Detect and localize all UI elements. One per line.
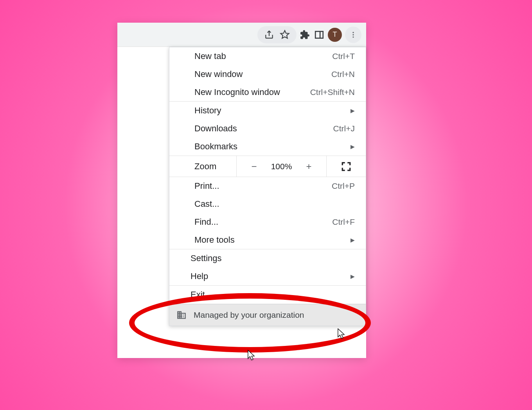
chevron-right-icon: ▶ — [350, 143, 355, 150]
menu-cast[interactable]: Cast... — [169, 195, 366, 213]
zoom-value: 100% — [270, 162, 293, 171]
menu-exit[interactable]: Exit — [169, 286, 366, 304]
avatar-letter: T — [333, 30, 337, 39]
menu-history[interactable]: History ▶ — [169, 102, 366, 120]
menu-group-2: History ▶ Downloads Ctrl+J Bookmarks ▶ — [169, 102, 366, 156]
menu-item-label: Cast... — [194, 199, 355, 209]
menu-item-shortcut: Ctrl+N — [331, 70, 355, 79]
cursor-icon — [337, 328, 346, 341]
svg-point-3 — [352, 34, 354, 35]
zoom-in-button[interactable]: + — [303, 161, 315, 172]
browser-toolbar: T — [117, 23, 366, 47]
menu-item-label: Find... — [194, 217, 332, 227]
menu-more-tools[interactable]: More tools ▶ — [169, 231, 366, 249]
svg-rect-0 — [315, 31, 323, 38]
menu-group-3: Print... Ctrl+P Cast... Find... Ctrl+F M… — [169, 177, 366, 249]
menu-item-label: Settings — [191, 253, 355, 263]
menu-item-label: New Incognito window — [194, 87, 310, 97]
chevron-right-icon: ▶ — [350, 273, 355, 279]
menu-help[interactable]: Help ▶ — [169, 267, 366, 285]
menu-settings[interactable]: Settings — [169, 249, 366, 267]
kebab-menu-button[interactable] — [345, 27, 361, 43]
menu-item-label: History — [194, 106, 350, 116]
chevron-right-icon: ▶ — [350, 237, 355, 243]
cursor-icon — [247, 350, 256, 362]
menu-item-label: Print... — [194, 181, 332, 191]
menu-bookmarks[interactable]: Bookmarks ▶ — [169, 138, 366, 156]
zoom-label: Zoom — [169, 156, 237, 177]
menu-item-label: Downloads — [194, 124, 333, 134]
browser-window: T New tab Ctrl+T New window Ctrl+N New I… — [117, 23, 366, 358]
extensions-icon[interactable] — [300, 29, 311, 40]
menu-managed-by-org[interactable]: Managed by your organization — [169, 304, 366, 326]
menu-group-5: Exit — [169, 286, 366, 304]
menu-item-label: Help — [191, 271, 350, 281]
building-icon — [176, 310, 187, 320]
menu-new-window[interactable]: New window Ctrl+N — [169, 65, 366, 83]
zoom-controls: − 100% + — [237, 156, 327, 177]
svg-point-4 — [352, 36, 354, 38]
side-panel-icon[interactable] — [314, 29, 325, 40]
share-icon[interactable] — [264, 29, 275, 40]
menu-item-label: New tab — [194, 51, 332, 61]
managed-label: Managed by your organization — [194, 310, 304, 320]
bookmark-star-icon[interactable] — [279, 29, 290, 40]
menu-item-label: New window — [194, 69, 331, 79]
menu-downloads[interactable]: Downloads Ctrl+J — [169, 120, 366, 138]
chevron-right-icon: ▶ — [350, 107, 355, 114]
menu-item-shortcut: Ctrl+T — [332, 52, 355, 61]
zoom-out-button[interactable]: − — [248, 161, 261, 172]
menu-item-shortcut: Ctrl+J — [333, 124, 355, 133]
menu-item-shortcut: Ctrl+P — [332, 181, 355, 191]
menu-group-1: New tab Ctrl+T New window Ctrl+N New Inc… — [169, 47, 366, 102]
menu-item-label: Bookmarks — [194, 141, 350, 152]
menu-item-label: More tools — [194, 235, 350, 245]
fullscreen-button[interactable] — [327, 156, 366, 177]
menu-new-tab[interactable]: New tab Ctrl+T — [169, 47, 366, 65]
chrome-main-menu: New tab Ctrl+T New window Ctrl+N New Inc… — [169, 47, 366, 326]
svg-point-2 — [352, 32, 354, 33]
menu-item-shortcut: Ctrl+F — [332, 217, 355, 227]
menu-group-4: Settings Help ▶ — [169, 249, 366, 286]
menu-item-label: Exit — [191, 290, 355, 300]
menu-item-shortcut: Ctrl+Shift+N — [310, 88, 355, 97]
menu-zoom-row: Zoom − 100% + — [169, 156, 366, 177]
menu-new-incognito[interactable]: New Incognito window Ctrl+Shift+N — [169, 83, 366, 101]
menu-print[interactable]: Print... Ctrl+P — [169, 177, 366, 195]
address-bar-actions — [257, 26, 297, 43]
menu-find[interactable]: Find... Ctrl+F — [169, 213, 366, 231]
profile-avatar[interactable]: T — [328, 28, 342, 42]
